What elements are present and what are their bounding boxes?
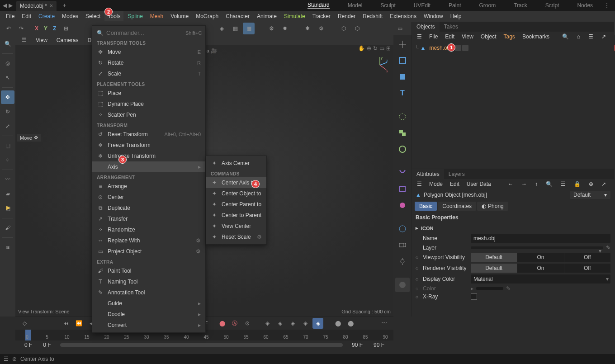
layer-input[interactable]: ▾: [471, 246, 603, 249]
instance-button[interactable]: [395, 126, 410, 140]
axis-gizmo[interactable]: y z x: [371, 56, 389, 74]
layout-uvedit[interactable]: UVEdit: [414, 2, 430, 9]
scale-tool[interactable]: ⤢: [1, 119, 14, 133]
item-axis-center[interactable]: ✦Axis Center: [206, 158, 266, 169]
obj-menu-object[interactable]: Object: [478, 33, 500, 41]
item-annotation-tool[interactable]: ✎Annotation Tool: [92, 287, 205, 298]
axis-z[interactable]: Z: [51, 24, 58, 33]
null-button[interactable]: [395, 37, 410, 52]
undo-button[interactable]: ↶: [3, 23, 14, 34]
filter-icon[interactable]: ☰: [558, 180, 569, 188]
menu-window[interactable]: Window: [421, 11, 446, 21]
item-reset-scale[interactable]: ✦Reset Scale⚙: [206, 232, 266, 242]
search-input[interactable]: [106, 29, 183, 36]
menu-tracker[interactable]: Tracker: [309, 11, 334, 21]
zoom-icon[interactable]: ⊕: [367, 45, 371, 52]
renderer-visibility-toggle[interactable]: Default On Off: [471, 264, 610, 273]
item-randomize[interactable]: ⁘Randomize: [92, 224, 205, 235]
item-duplicate[interactable]: ⧉Duplicate: [92, 203, 205, 213]
selection-button[interactable]: [395, 109, 410, 124]
tab-objects[interactable]: Objects: [412, 22, 440, 32]
obj-menu-edit[interactable]: Edit: [442, 33, 458, 41]
preset-dropdown[interactable]: Default ▾: [570, 191, 610, 199]
snap-button[interactable]: ◈: [216, 23, 227, 34]
autokey-toggle[interactable]: Ⓐ: [229, 318, 240, 329]
tab-layers[interactable]: Layers: [444, 169, 469, 179]
menu-select[interactable]: Select: [82, 11, 104, 21]
redo-button[interactable]: ↷: [15, 23, 27, 34]
menu-help[interactable]: Help: [447, 11, 465, 21]
icon-group-header[interactable]: ▸ ICON: [412, 223, 614, 233]
item-center-to-parent[interactable]: ✦Center to Parent: [206, 210, 266, 221]
range-start-2[interactable]: 0 F: [38, 342, 56, 348]
menu-simulate[interactable]: Simulate: [281, 11, 308, 21]
new-icon[interactable]: ⊕: [586, 180, 596, 188]
vp-menu-cameras[interactable]: Cameras: [53, 36, 82, 44]
item-center-object-to[interactable]: ✦Center Object to: [206, 188, 266, 199]
tab-takes[interactable]: Takes: [440, 22, 463, 32]
prev-key-button[interactable]: ⏪: [73, 318, 84, 329]
attr-menu-mode[interactable]: Mode: [426, 180, 446, 188]
record-button[interactable]: ⬤: [217, 318, 227, 329]
obj-menu-tags[interactable]: Tags: [501, 33, 518, 41]
scene-button[interactable]: [395, 222, 410, 236]
hamburger-icon[interactable]: ☰: [18, 36, 30, 44]
deformer-button[interactable]: [395, 165, 410, 180]
tree-row[interactable]: └ ▲ mesh.obj: [415, 43, 611, 52]
spline-tool[interactable]: 〰: [1, 173, 14, 186]
menu-redshift[interactable]: Redshift: [360, 11, 386, 21]
field-button[interactable]: [395, 182, 410, 196]
item-paint-tool[interactable]: 🖌Paint Tool: [92, 265, 205, 276]
search-icon[interactable]: 🔍: [559, 33, 572, 41]
hamburger-icon[interactable]: ☰: [4, 356, 9, 362]
menu-volume[interactable]: Volume: [167, 11, 192, 21]
generator-button[interactable]: [395, 142, 410, 156]
key-diamond-icon[interactable]: ◇: [416, 277, 420, 281]
obj-menu-bookmarks[interactable]: Bookmarks: [519, 33, 553, 41]
menu-animate[interactable]: Animate: [254, 11, 280, 21]
item-arrange[interactable]: ≡Arrange: [92, 181, 205, 192]
kebab-icon[interactable]: ⋮: [604, 2, 610, 9]
key-diamond-icon[interactable]: ◇: [416, 266, 420, 270]
layer-picker-icon[interactable]: ✎: [606, 245, 610, 251]
item-freeze-transform[interactable]: ❄Freeze Transform: [92, 140, 205, 151]
home-icon[interactable]: ⌂: [574, 33, 583, 41]
item-rotate[interactable]: ↻RotateR: [92, 57, 205, 68]
search-tool[interactable]: 🔍: [1, 37, 14, 51]
gear-icon[interactable]: ⚙: [196, 248, 201, 255]
name-input[interactable]: mesh.obj: [471, 234, 610, 243]
rotate-tool[interactable]: ↻: [1, 105, 14, 118]
item-guide[interactable]: Guide▸: [92, 298, 205, 309]
item-convert[interactable]: Convert▸: [92, 320, 205, 331]
frame-icon[interactable]: ▭: [379, 45, 384, 52]
axis-y[interactable]: Y: [42, 24, 50, 33]
tab-attributes[interactable]: Attributes: [412, 169, 444, 179]
marker2-button[interactable]: ⬤: [345, 318, 356, 329]
layout-sculpt[interactable]: Sculpt: [380, 2, 395, 9]
item-project-object[interactable]: ▭Project Object⚙: [92, 246, 205, 257]
menu-create[interactable]: Create: [35, 11, 58, 21]
gear-icon[interactable]: ⚙: [257, 234, 262, 240]
tab-basic[interactable]: Basic: [415, 202, 437, 211]
item-naming-tool[interactable]: TNaming Tool: [92, 276, 205, 287]
hamburger-icon[interactable]: ☰: [414, 33, 425, 41]
close-icon[interactable]: ×: [50, 3, 53, 9]
item-scale[interactable]: ⤢ScaleT: [92, 68, 205, 79]
popout-icon[interactable]: ↗: [598, 33, 609, 41]
item-doodle[interactable]: Doodle▸: [92, 309, 205, 320]
item-center[interactable]: ⊙Center: [92, 192, 205, 203]
viewport-visibility-toggle[interactable]: Default On Off: [471, 253, 610, 262]
item-center-parent-to[interactable]: ✦Center Parent to: [206, 199, 266, 210]
back-icon[interactable]: ←: [505, 180, 516, 188]
range-track[interactable]: [60, 343, 343, 347]
live-select-tool[interactable]: ◎: [1, 57, 14, 70]
grid-button[interactable]: ▦: [229, 23, 241, 34]
menu-modes[interactable]: Modes: [59, 11, 81, 21]
place-tool[interactable]: ⬚: [1, 139, 14, 152]
spline-button[interactable]: [395, 53, 410, 68]
layout-paint[interactable]: Paint: [449, 2, 461, 9]
layout-track[interactable]: Track: [514, 2, 527, 9]
camera-button[interactable]: [395, 238, 410, 252]
layout-model[interactable]: Model: [348, 2, 363, 9]
menu-render[interactable]: Render: [335, 11, 359, 21]
